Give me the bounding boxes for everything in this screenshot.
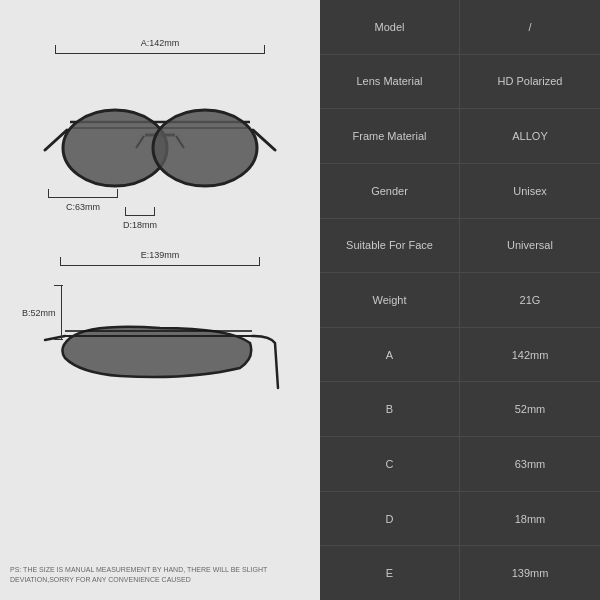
spec-row-5: Weight21G	[320, 273, 600, 328]
measurement-a: A:142mm	[38, 38, 282, 57]
front-view-diagram: A:142mm	[20, 20, 300, 250]
spec-label-3: Gender	[320, 164, 460, 218]
spec-label-9: D	[320, 492, 460, 546]
spec-row-4: Suitable For FaceUniversal	[320, 219, 600, 274]
svg-point-3	[63, 110, 167, 186]
spec-value-9: 18mm	[460, 505, 600, 533]
measurement-d: D:18mm	[123, 211, 157, 230]
spec-value-5: 21G	[460, 286, 600, 314]
spec-value-8: 63mm	[460, 450, 600, 478]
spec-value-2: ALLOY	[460, 122, 600, 150]
spec-value-10: 139mm	[460, 559, 600, 587]
spec-row-2: Frame MaterialALLOY	[320, 109, 600, 164]
spec-label-0: Model	[320, 0, 460, 54]
spec-row-10: E139mm	[320, 546, 600, 600]
label-e: E:139mm	[141, 250, 180, 260]
label-d: D:18mm	[123, 220, 157, 230]
spec-row-6: A142mm	[320, 328, 600, 383]
spec-row-1: Lens MaterialHD Polarized	[320, 55, 600, 110]
spec-row-8: C63mm	[320, 437, 600, 492]
spec-label-10: E	[320, 546, 460, 600]
spec-label-1: Lens Material	[320, 55, 460, 109]
measurement-c: C:63mm	[48, 193, 118, 212]
spec-value-1: HD Polarized	[460, 67, 600, 95]
spec-label-2: Frame Material	[320, 109, 460, 163]
measurement-e: E:139mm	[40, 250, 280, 269]
spec-label-7: B	[320, 382, 460, 436]
label-b: B:52mm	[22, 308, 56, 318]
spec-label-5: Weight	[320, 273, 460, 327]
spec-row-9: D18mm	[320, 492, 600, 547]
label-c: C:63mm	[66, 202, 100, 212]
spec-label-6: A	[320, 328, 460, 382]
spec-row-0: Model/	[320, 0, 600, 55]
measurement-b: B:52mm	[22, 285, 66, 340]
spec-value-7: 52mm	[460, 395, 600, 423]
svg-point-4	[153, 110, 257, 186]
glasses-front-svg	[40, 80, 280, 210]
spec-label-8: C	[320, 437, 460, 491]
spec-value-4: Universal	[460, 231, 600, 259]
spec-row-3: GenderUnisex	[320, 164, 600, 219]
left-panel: A:142mm	[0, 0, 320, 600]
side-view-diagram: E:139mm B:52mm	[20, 240, 300, 440]
spec-value-3: Unisex	[460, 177, 600, 205]
specs-panel: Model/Lens MaterialHD PolarizedFrame Mat…	[320, 0, 600, 600]
label-a: A:142mm	[141, 38, 180, 48]
spec-label-4: Suitable For Face	[320, 219, 460, 273]
disclaimer-text: PS: THE SIZE IS MANUAL MEASUREMENT BY HA…	[10, 565, 310, 585]
spec-value-0: /	[460, 13, 600, 41]
spec-value-6: 142mm	[460, 341, 600, 369]
spec-row-7: B52mm	[320, 382, 600, 437]
glasses-side-svg	[40, 303, 280, 403]
